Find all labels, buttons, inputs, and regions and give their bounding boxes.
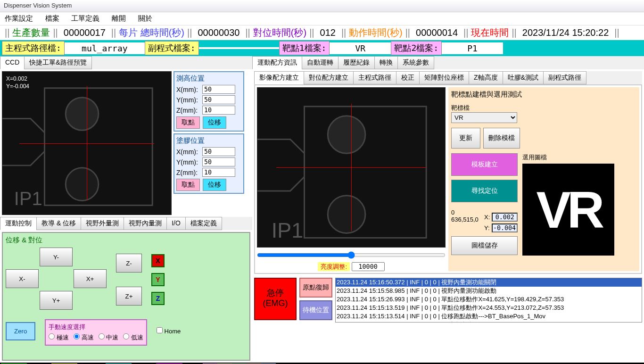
standby-position-button[interactable]: 待機位置 [299,300,332,320]
jog-y-minus[interactable]: Y- [40,248,73,266]
speed-radio-0[interactable]: 極速 [49,333,69,342]
per-piece-value: 00000030 [193,27,244,38]
menu-settings[interactable]: 作業設定 [5,14,33,22]
tab-teach-shift[interactable]: 教導 & 位移 [36,217,81,230]
axis-y-button[interactable]: Y [151,273,165,286]
tab-align-recipe[interactable]: 對位配方建立 [304,71,354,84]
tab-ccd[interactable]: CCD [0,56,25,69]
window-titlebar: Dispenser Vision System [0,0,644,12]
main-path-value: mul_array [65,42,145,54]
height-x-input[interactable] [202,85,235,94]
tab-quick-preview[interactable]: 快捷工單&路徑預覽 [24,56,91,69]
target-file-select[interactable]: VR [451,112,517,123]
delete-template-button[interactable]: 刪除模檔 [483,128,520,149]
jog-x-plus[interactable]: X+ [74,269,107,288]
glue-shift-button[interactable]: 位移 [203,179,226,191]
ccd-camera-view[interactable]: IP1 X=0.002Y=-0.004 [2,71,172,215]
sub-path-label: 副程式檔案: [145,41,199,55]
brightness-slider[interactable] [257,251,446,259]
target-y-value [492,223,518,232]
tab-z-height[interactable]: Z軸高度 [469,71,503,84]
tab-sys-params[interactable]: 系統參數 [397,56,434,69]
target2-value: P1 [442,42,503,54]
action-time-value: 00000014 [411,27,462,38]
update-button[interactable]: 更新 [451,128,480,149]
left-tabs: CCD 快捷工單&路徑預覽 [0,56,252,69]
tab-motion-control[interactable]: 運動控制 [0,217,37,230]
menu-workorder[interactable]: 工單定義 [71,14,99,22]
glue-z-input[interactable] [202,168,235,177]
speed-radio-3[interactable]: 低速 [123,333,143,342]
home-return-button[interactable]: 原點復歸 [299,278,332,298]
target-x-value [492,213,518,222]
log-line[interactable]: 2023.11.24 15:15:26.993 | INF | 0 | 0 | … [336,295,642,304]
target1-label: 靶點1檔案: [279,41,330,55]
save-image-button[interactable]: 圖檔儲存 [451,236,518,255]
axis-x-button[interactable]: X [151,254,165,267]
tab-history[interactable]: 履歷紀錄 [338,56,375,69]
log-line[interactable]: 2023.11.24 15:15:13.514 | INF | 0 | 0 | … [336,312,642,321]
crosshair-vertical [87,86,87,200]
build-template-button[interactable]: 模板建立 [451,153,518,176]
align-time-value: 012 [315,27,340,38]
sub-path-value [199,47,279,49]
height-shift-button[interactable]: 位移 [203,116,226,129]
brightness-input[interactable] [352,262,385,271]
height-pick-button[interactable]: 取點 [176,116,200,129]
speed-radio-1[interactable]: 高速 [74,333,94,342]
target-file-label: 靶標檔 [451,104,636,112]
log-line[interactable]: 2023.11.24 15:16:50.372 | INF | 0 | 0 | … [336,278,642,287]
tab-int-measure[interactable]: 視野內量測 [124,217,167,230]
tab-auto-run[interactable]: 自動運轉 [302,56,339,69]
menu-file[interactable]: 檔案 [45,14,59,22]
speed-radio-2[interactable]: 中速 [99,333,119,342]
height-position-panel: 測高位置 X(mm): Y(mm): Z(mm): 取點 位移 [173,71,244,132]
ccd-coord-overlay: X=0.002Y=-0.004 [6,75,29,90]
align-time-label: 對位時間(秒) [251,26,308,39]
height-z-input[interactable] [202,106,235,115]
tab-io[interactable]: I/O [166,217,186,230]
jog-z-plus[interactable]: Z+ [116,287,142,306]
find-locate-button[interactable]: 尋找定位 [451,180,518,202]
jog-z-minus[interactable]: Z- [116,254,142,273]
jog-y-plus[interactable]: Y+ [40,291,73,310]
tab-file-def[interactable]: 檔案定義 [185,217,222,230]
glue-x-input[interactable] [202,147,235,156]
tab-calibrate[interactable]: 校正 [396,71,420,84]
height-pos-title: 測高位置 [176,74,241,83]
zero-button[interactable]: Zero [6,322,35,340]
tab-matrix-align[interactable]: 矩陣對位座標 [419,71,469,84]
menubar: 作業設定 檔案 工單定義 離開 關於 [0,12,644,25]
speed-panel: 手動速度選擇 極速 高速 中速 低速 [45,319,147,346]
prod-count-label: 生產數量 [10,26,52,39]
tab-convert[interactable]: 轉換 [374,56,398,69]
recipe-camera-view[interactable]: IP1 [257,87,446,248]
glue-y-input[interactable] [202,157,235,166]
tab-main-path[interactable]: 主程式路徑 [353,71,396,84]
tab-sub-path[interactable]: 副程式路徑 [543,71,586,84]
emergency-stop-button[interactable]: 急停 (EMG) [254,278,297,320]
log-panel[interactable]: 2023.11.24 15:16:50.372 | INF | 0 | 0 | … [335,278,642,323]
log-line[interactable]: 2023.11.24 15:15:58.985 | INF | 0 | 0 | … [336,287,642,295]
log-line[interactable]: 2023.11.24 15:15:13.519 | INF | 0 | 0 | … [336,304,642,312]
tab-motion-recipe[interactable]: 運動配方資訊 [252,56,302,69]
jog-x-minus[interactable]: X- [6,269,39,288]
axis-z-button[interactable]: Z [151,292,165,305]
crosshair-vertical [351,104,352,231]
log-line[interactable]: 2023.11.24 15:15:02.997 | INF | 0 | 0 | … [336,321,642,323]
home-checkbox[interactable]: Home [157,327,181,335]
main-path-label: 主程式路徑檔: [2,41,65,55]
height-y-input[interactable] [202,95,235,104]
tab-ext-measure[interactable]: 視野外量測 [81,217,124,230]
menu-exit[interactable]: 離開 [112,14,126,22]
svg-text:IP1: IP1 [14,188,42,209]
target1-value: VR [330,42,391,54]
tab-image-recipe[interactable]: 影像配方建立 [254,71,304,84]
speed-title: 手動速度選擇 [49,323,143,331]
svg-point-1 [66,98,99,131]
tab-dispense-test[interactable]: 吐膠&測試 [503,71,544,84]
menu-about[interactable]: 關於 [138,14,152,22]
now-label: 現在時間 [469,26,511,39]
target-title: 靶標點建檔與選用測試 [451,90,636,99]
glue-pick-button[interactable]: 取點 [176,179,200,191]
